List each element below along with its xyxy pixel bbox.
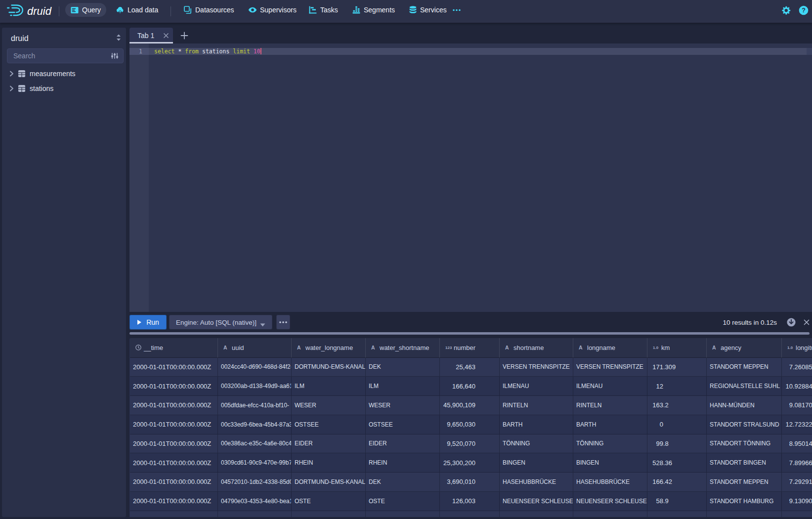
cell-number[interactable]: 3,690,010 [440,473,500,492]
cell-km[interactable]: 12 [647,377,707,396]
cell-km[interactable]: 166.42 [647,473,707,492]
cell-agency[interactable]: STANDORT MEPPEN [707,473,782,492]
cell-longname[interactable]: HASEHUBBRÜCKE [573,473,647,492]
cell-water_shortname[interactable]: DEK [366,358,440,377]
cell-longname[interactable]: BINGEN [573,453,647,473]
cell-longitude[interactable]: 7.260856 [782,358,812,377]
cell-longname[interactable]: VERSEN TRENNSPITZE [573,358,647,377]
column-header-longname[interactable]: Alongname [573,338,647,358]
cell-shortname[interactable]: BARTH [500,415,573,434]
cell-water_shortname[interactable]: DEK [366,473,440,492]
cell-__time[interactable]: 2000-01-01T00:00:00.000Z [130,358,218,377]
cell-uuid[interactable]: 00e386ac-e35c-4a6e-80c4- [218,434,292,454]
cell-km[interactable]: 0 [647,415,707,434]
cell-water_shortname[interactable]: RHEIN [366,453,440,473]
druid-logo[interactable]: druid [7,4,51,19]
search-input[interactable] [7,52,106,60]
settings-sliders-icon[interactable] [106,52,123,60]
cell-agency[interactable]: STANDORT HAMBURG [707,492,782,511]
cell-uuid[interactable]: 005dfdae-efcc-410a-bf10- [218,396,292,415]
cell-water_longname[interactable]: OSTSEE [292,415,366,434]
cell-water_shortname[interactable]: OSTSEE [366,415,440,434]
cell-water_longname[interactable]: ILM [292,377,366,396]
nav-item-datasources[interactable]: Datasources [178,3,240,17]
cell-agency[interactable]: STANDORT MEPPEN [707,358,782,377]
cell-longname[interactable]: ILMENAU [573,377,647,396]
tree-item-stations[interactable]: stations [2,81,126,96]
nav-item-supervisors[interactable]: Supervisors [243,3,302,17]
tree-item-measurements[interactable]: measurements [2,66,126,81]
schema-selector[interactable]: druid [11,33,122,44]
pane-splitter-handle[interactable] [129,332,810,335]
cell-water_longname[interactable]: WESER [292,396,366,415]
cell-water_longname[interactable]: DORTMUND-EMS-KANAL [292,358,366,377]
cell-shortname[interactable]: RINTELN [500,396,573,415]
cell-uuid[interactable]: 00c33ed9-6bea-45b4-87a3- [218,415,292,434]
nav-item-load-data[interactable]: Load data [111,3,164,17]
nav-item-more[interactable] [447,3,466,17]
column-header-water_shortname[interactable]: Awater_shortname [366,338,440,358]
cell-longname[interactable]: RINTELN [573,396,647,415]
cell-shortname[interactable]: VERSEN TRENNSPITZE [500,358,573,377]
cell-__time[interactable]: 2000-01-01T00:00:00.000Z [130,396,218,415]
cell-shortname[interactable]: NEUENSEER SCHLEUSEN [500,492,573,511]
cell-shortname[interactable]: HASEHUBBRÜCKE [500,473,573,492]
cell-agency[interactable]: STANDORT TÖNNING [707,434,782,454]
cell-km[interactable]: 99.8 [647,434,707,454]
column-header-km[interactable]: 1.0km [647,338,707,358]
cell-longitude[interactable]: 10.928842 [782,377,812,396]
cell-uuid[interactable]: 0309cd61-90c9-470e-99b7- [218,453,292,473]
tab-close-icon[interactable] [163,32,170,39]
engine-select-button[interactable]: Engine: Auto [SQL (native)] [169,315,272,330]
cell-water_shortname[interactable]: ILM [366,377,440,396]
cell-water_longname[interactable]: OSTE [292,492,366,511]
cell-km[interactable]: 58.9 [647,492,707,511]
cell-longitude[interactable]: 7.292913 [782,473,812,492]
cell-agency[interactable]: STANDORT BINGEN [707,453,782,473]
cell-longitude[interactable]: 12.723226 [782,415,812,434]
cell-__time[interactable]: 2000-01-01T00:00:00.000Z [130,473,218,492]
cell-shortname[interactable]: TÖNNING [500,434,573,454]
cell-longitude[interactable]: 9.130903 [782,492,812,511]
chevron-right-icon[interactable] [5,86,18,91]
sql-editor[interactable]: 1 select * from stations limit 10 [129,43,812,312]
cell-water_shortname[interactable]: EIDER [366,434,440,454]
nav-item-query[interactable]: Query [65,3,106,17]
cell-shortname[interactable]: BINGEN [500,453,573,473]
cell-number[interactable]: 25,300,200 [440,453,500,473]
cell-agency[interactable]: HANN-MÜNDEN [707,396,782,415]
cell-__time[interactable]: 2000-01-01T00:00:00.000Z [130,415,218,434]
new-tab-plus-icon[interactable] [180,31,189,40]
more-options-button[interactable] [276,315,290,330]
cell-km[interactable]: 528.36 [647,453,707,473]
cell-number[interactable]: 126,003 [440,492,500,511]
column-header-uuid[interactable]: Auuid [218,338,292,358]
chevron-right-icon[interactable] [5,71,18,77]
cell-longitude[interactable]: 8.950149 [782,434,812,454]
column-header-__time[interactable]: __time [130,338,218,358]
cell-__time[interactable]: 2000-01-01T00:00:00.000Z [130,492,218,511]
cell-uuid[interactable]: 04790e03-4353-4e80-bea1- [218,492,292,511]
cell-longitude[interactable]: 7.899667 [782,453,812,473]
nav-item-segments[interactable]: Segments [347,3,400,17]
cell-water_shortname[interactable]: OSTE [366,492,440,511]
cell-uuid[interactable]: 0024cc40-d690-468d-84f2- [218,358,292,377]
cell-km[interactable]: 163.2 [647,396,707,415]
column-header-longitude[interactable]: 1.0longitude [782,338,812,358]
nav-item-tasks[interactable]: Tasks [303,3,343,17]
cell-longitude[interactable]: 9.081705 [782,396,812,415]
cell-longname[interactable]: NEUENSEER SCHLEUSEN [573,492,647,511]
cell-number[interactable]: 45,900,109 [440,396,500,415]
cell-number[interactable]: 166,640 [440,377,500,396]
download-icon[interactable] [787,318,796,327]
cell-number[interactable]: 9,520,070 [440,434,500,454]
column-header-shortname[interactable]: Ashortname [500,338,573,358]
cell-longname[interactable]: TÖNNING [573,434,647,454]
cell-water_longname[interactable]: DORTMUND-EMS-KANAL [292,473,366,492]
cell-number[interactable]: 25,463 [440,358,500,377]
cell-longname[interactable]: BARTH [573,415,647,434]
results-close-icon[interactable] [803,319,810,326]
cell-agency[interactable]: STANDORT STRALSUND [707,415,782,434]
cell-water_shortname[interactable]: WESER [366,396,440,415]
cell-agency[interactable]: REGIONALSTELLE SUHL [707,377,782,396]
